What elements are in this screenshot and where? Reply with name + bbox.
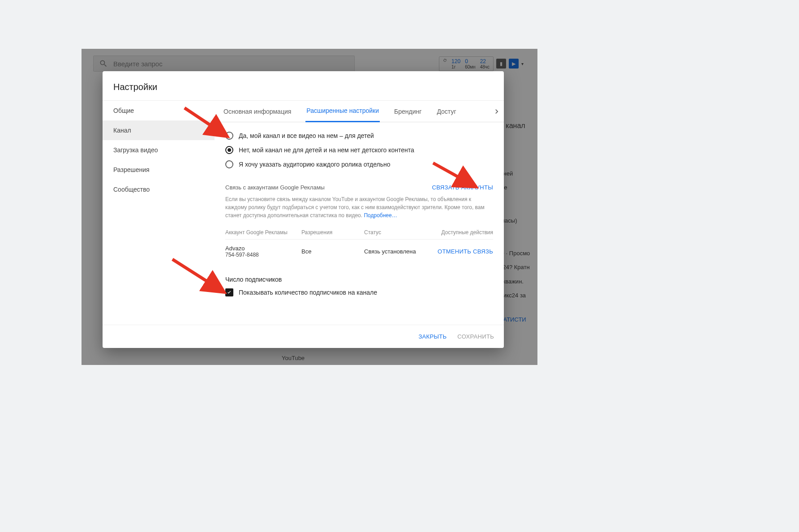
checkbox-icon <box>225 288 233 296</box>
radio-icon <box>225 132 233 140</box>
show-subscribers-toggle[interactable]: Показывать количество подписчиков на кан… <box>225 288 493 296</box>
col-permissions: Разрешения <box>301 229 364 236</box>
sidebar-item-general[interactable]: Общие <box>103 101 215 120</box>
checkbox-label: Показывать количество подписчиков на кан… <box>239 289 377 296</box>
close-button[interactable]: ЗАКРЫТЬ <box>418 333 447 340</box>
settings-modal: Настройки Общие Канал Загрузка видео Раз… <box>103 71 504 348</box>
tabs-scroll-right-icon[interactable] <box>492 107 501 117</box>
sidebar-item-upload[interactable]: Загрузка видео <box>103 140 215 160</box>
col-status: Статус <box>364 229 431 236</box>
account-status: Связь установлена <box>364 248 431 255</box>
unlink-button[interactable]: ОТМЕНИТЬ СВЯЗЬ <box>438 248 493 255</box>
account-name: Advazo <box>225 245 301 252</box>
col-actions: Доступные действия <box>431 229 493 236</box>
audience-option-no[interactable]: Нет, мой канал не для детей и на нем нет… <box>225 143 493 157</box>
radio-label: Да, мой канал и все видео на нем – для д… <box>239 132 374 139</box>
radio-icon <box>225 146 233 154</box>
tab-access[interactable]: Достуг <box>436 101 457 122</box>
tab-bar: Основная информация Расширенные настройк… <box>215 101 504 122</box>
modal-title: Настройки <box>103 71 504 100</box>
content-scroll[interactable]: Да, мой канал и все видео на нем – для д… <box>215 122 504 325</box>
table-row: Advazo 754-597-8488 Все Связь установлен… <box>225 239 493 263</box>
link-accounts-button[interactable]: СВЯЗАТЬ АККАУНТЫ <box>432 184 493 191</box>
tab-branding[interactable]: Брендинг <box>393 101 422 122</box>
radio-label: Я хочу указать аудиторию каждого ролика … <box>239 161 391 168</box>
background-window: Введите запрос ⏱ 1201г 060мн 2248чс ▮ ▶ … <box>82 49 537 365</box>
col-account: Аккаунт Google Рекламы <box>225 229 301 236</box>
settings-sidebar: Общие Канал Загрузка видео Разрешения Со… <box>103 101 215 325</box>
learn-more-link[interactable]: Подробнее… <box>364 212 397 219</box>
save-button[interactable]: СОХРАНИТЬ <box>457 333 494 340</box>
sidebar-item-channel[interactable]: Канал <box>103 120 215 140</box>
modal-footer: ЗАКРЫТЬ СОХРАНИТЬ <box>103 325 504 348</box>
subscribers-heading: Число подписчиков <box>225 276 493 283</box>
sidebar-item-permissions[interactable]: Разрешения <box>103 160 215 180</box>
radio-label: Нет, мой канал не для детей и на нем нет… <box>239 146 414 154</box>
sidebar-item-community[interactable]: Сообщество <box>103 180 215 199</box>
audience-option-yes[interactable]: Да, мой канал и все видео на нем – для д… <box>225 129 493 143</box>
ads-link-heading: Связь с аккаунтами Google Рекламы <box>225 184 325 191</box>
linked-accounts-table: Аккаунт Google Рекламы Разрешения Статус… <box>225 226 493 263</box>
radio-icon <box>225 160 233 168</box>
account-permissions: Все <box>301 248 364 255</box>
ads-link-description: Если вы установите связь между каналом Y… <box>225 195 493 219</box>
account-id: 754-597-8488 <box>225 252 301 258</box>
audience-option-pervideo[interactable]: Я хочу указать аудиторию каждого ролика … <box>225 157 493 172</box>
tab-basic-info[interactable]: Основная информация <box>223 101 292 122</box>
tab-advanced[interactable]: Расширенные настройки <box>305 101 380 122</box>
